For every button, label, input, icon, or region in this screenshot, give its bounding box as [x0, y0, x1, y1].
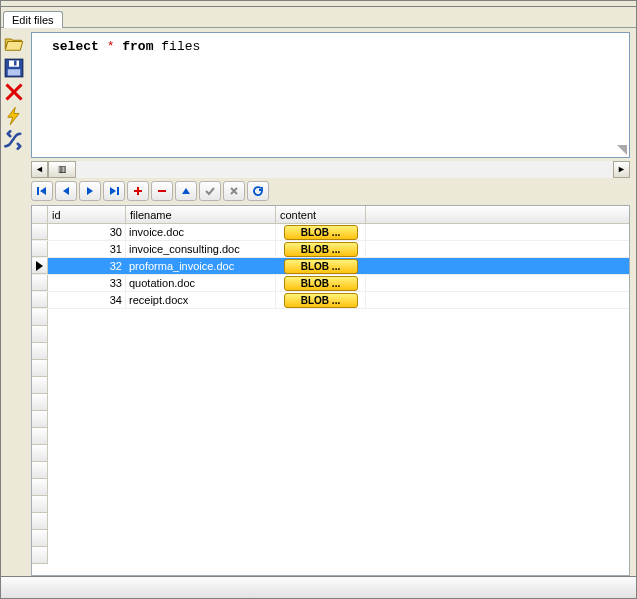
- cell-id[interactable]: 34: [48, 292, 126, 308]
- status-bar: [1, 576, 636, 598]
- row-indicator: [32, 326, 48, 343]
- blob-button[interactable]: BLOB ...: [284, 225, 358, 240]
- table-row[interactable]: 32proforma_invoice.docBLOB ...: [32, 258, 629, 275]
- table-row-empty: [32, 309, 629, 326]
- edit-record-button[interactable]: [175, 181, 197, 201]
- row-indicator: [32, 411, 48, 428]
- post-record-button[interactable]: [199, 181, 221, 201]
- next-record-button[interactable]: [79, 181, 101, 201]
- cell-filename[interactable]: invoice.doc: [126, 224, 276, 240]
- cell-content[interactable]: BLOB ...: [276, 275, 366, 291]
- table-row[interactable]: 30invoice.docBLOB ...: [32, 224, 629, 241]
- row-indicator: [32, 309, 48, 326]
- grid-nav-toolbar: [31, 177, 630, 205]
- table-row[interactable]: 31invoice_consulting.docBLOB ...: [32, 241, 629, 258]
- row-indicator: [32, 445, 48, 462]
- table-row-empty: [32, 326, 629, 343]
- sql-editor[interactable]: select * from files: [31, 32, 630, 158]
- blob-button[interactable]: BLOB ...: [284, 276, 358, 291]
- sql-table: files: [161, 39, 200, 54]
- script-button[interactable]: [4, 130, 24, 150]
- cell-content[interactable]: BLOB ...: [276, 224, 366, 240]
- plus-icon: [132, 185, 144, 197]
- prev-icon: [60, 185, 72, 197]
- row-indicator: [32, 428, 48, 445]
- remove-record-button[interactable]: [151, 181, 173, 201]
- floppy-disk-icon: [4, 58, 24, 78]
- table-row-empty: [32, 428, 629, 445]
- first-record-button[interactable]: [31, 181, 53, 201]
- row-indicator: [32, 258, 48, 274]
- cell-filename[interactable]: receipt.docx: [126, 292, 276, 308]
- col-header-spacer: [366, 206, 629, 223]
- cell-content[interactable]: BLOB ...: [276, 241, 366, 257]
- cell-content[interactable]: BLOB ...: [276, 292, 366, 308]
- row-indicator: [32, 530, 48, 547]
- data-grid: id filename content 30invoice.docBLOB ..…: [31, 205, 630, 576]
- row-indicator: [32, 496, 48, 513]
- scroll-right-button[interactable]: ►: [613, 161, 630, 178]
- save-button[interactable]: [4, 58, 24, 78]
- row-indicator: [32, 241, 48, 257]
- cell-id[interactable]: 30: [48, 224, 126, 240]
- sql-star: *: [107, 39, 115, 54]
- first-icon: [36, 185, 48, 197]
- row-indicator: [32, 377, 48, 394]
- svg-rect-2: [8, 69, 21, 75]
- prev-record-button[interactable]: [55, 181, 77, 201]
- table-row-empty: [32, 411, 629, 428]
- cell-id[interactable]: 33: [48, 275, 126, 291]
- lightning-icon: [4, 106, 24, 126]
- row-indicator: [32, 224, 48, 240]
- cell-id[interactable]: 32: [48, 258, 126, 274]
- svg-rect-3: [14, 61, 17, 66]
- row-header-col[interactable]: [32, 206, 48, 223]
- col-header-id[interactable]: id: [48, 206, 126, 223]
- left-toolbar: [1, 28, 27, 576]
- highlight-button[interactable]: [4, 106, 24, 126]
- triangle-up-icon: [180, 185, 192, 197]
- blob-button[interactable]: BLOB ...: [284, 242, 358, 257]
- delete-button[interactable]: [4, 82, 24, 102]
- table-row-empty: [32, 360, 629, 377]
- blob-button[interactable]: BLOB ...: [284, 293, 358, 308]
- svg-rect-4: [37, 187, 39, 195]
- tab-bar: Edit files: [1, 7, 636, 27]
- delete-x-icon: [4, 82, 24, 102]
- s-curve-icon: [4, 130, 24, 150]
- col-header-content[interactable]: content: [276, 206, 366, 223]
- table-row[interactable]: 33quotation.docBLOB ...: [32, 275, 629, 292]
- cell-filename[interactable]: proforma_invoice.doc: [126, 258, 276, 274]
- table-row-empty: [32, 496, 629, 513]
- tab-edit-files[interactable]: Edit files: [3, 11, 63, 28]
- x-icon: [228, 185, 240, 197]
- sql-hscrollbar[interactable]: ◄ ▥ ►: [31, 160, 630, 177]
- cancel-record-button[interactable]: [223, 181, 245, 201]
- row-indicator: [32, 479, 48, 496]
- last-icon: [108, 185, 120, 197]
- open-folder-button[interactable]: [4, 34, 24, 54]
- blob-button[interactable]: BLOB ...: [284, 259, 358, 274]
- next-icon: [84, 185, 96, 197]
- folder-open-icon: [4, 34, 24, 54]
- current-row-pointer-icon: [36, 261, 43, 271]
- table-row-empty: [32, 547, 629, 564]
- sql-keyword: from: [122, 39, 153, 54]
- table-row[interactable]: 34receipt.docxBLOB ...: [32, 292, 629, 309]
- row-indicator: [32, 462, 48, 479]
- row-indicator: [32, 547, 48, 564]
- add-record-button[interactable]: [127, 181, 149, 201]
- scroll-left-button[interactable]: ◄: [31, 161, 48, 178]
- scroll-thumb[interactable]: ▥: [48, 161, 76, 178]
- table-row-empty: [32, 479, 629, 496]
- cell-content[interactable]: BLOB ...: [276, 258, 366, 274]
- cell-id[interactable]: 31: [48, 241, 126, 257]
- cell-filename[interactable]: quotation.doc: [126, 275, 276, 291]
- scroll-track[interactable]: [76, 161, 613, 178]
- row-indicator: [32, 394, 48, 411]
- refresh-button[interactable]: [247, 181, 269, 201]
- cell-filename[interactable]: invoice_consulting.doc: [126, 241, 276, 257]
- col-header-filename[interactable]: filename: [126, 206, 276, 223]
- last-record-button[interactable]: [103, 181, 125, 201]
- table-row-empty: [32, 462, 629, 479]
